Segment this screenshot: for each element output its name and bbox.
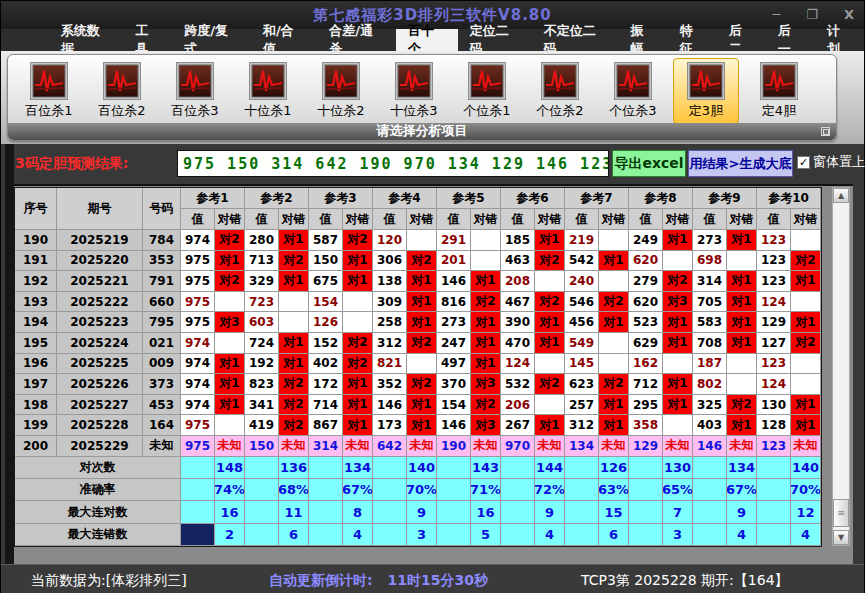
summary-spacer-cell[interactable] [245, 524, 279, 546]
ref-result-cell[interactable]: 对2 [791, 251, 821, 272]
toolbar-item-个位杀2[interactable]: 个位杀2 [527, 58, 593, 124]
summary-spacer-cell[interactable] [437, 457, 471, 479]
ref-value-cell[interactable]: 201 [437, 251, 471, 272]
summary-value-cell[interactable]: 140 [407, 457, 437, 479]
ref-result-cell[interactable] [599, 333, 629, 354]
ref-value-cell[interactable]: 145 [565, 354, 599, 375]
ref-value-cell[interactable]: 698 [693, 251, 727, 272]
summary-spacer-cell[interactable] [629, 501, 663, 523]
ref-value-cell[interactable]: 370 [437, 374, 471, 395]
ref-value-cell[interactable]: 403 [693, 415, 727, 436]
menu-item-振幅[interactable]: 振幅 [619, 29, 668, 51]
ref-result-cell[interactable] [279, 292, 309, 313]
summary-spacer-cell[interactable] [757, 501, 791, 523]
ref-value-cell[interactable]: 120 [373, 230, 407, 251]
ref-result-cell[interactable]: 对1 [279, 271, 309, 292]
ref-value-cell[interactable]: 312 [565, 415, 599, 436]
ref-result-cell[interactable] [599, 230, 629, 251]
summary-value-cell[interactable]: 11 [279, 501, 309, 523]
ref-value-cell[interactable]: 970 [501, 436, 535, 457]
ref-value-cell[interactable]: 306 [373, 251, 407, 272]
ref-value-cell[interactable]: 975 [181, 312, 215, 333]
toolbar-item-百位杀1[interactable]: 百位杀1 [16, 58, 82, 124]
ref-result-cell[interactable] [471, 251, 501, 272]
ref-value-cell[interactable]: 542 [565, 251, 599, 272]
menu-item-工具[interactable]: 工具 [123, 29, 172, 51]
ref-value-cell[interactable]: 358 [629, 415, 663, 436]
ref-result-cell[interactable]: 对2 [599, 374, 629, 395]
ref-value-cell[interactable]: 219 [565, 230, 599, 251]
ref-result-cell[interactable]: 对1 [343, 251, 373, 272]
ref-result-cell[interactable]: 对3 [471, 415, 501, 436]
ref-result-cell[interactable]: 对1 [663, 395, 693, 416]
ref-result-cell[interactable] [471, 230, 501, 251]
ref-result-cell[interactable]: 对1 [215, 374, 245, 395]
ref-value-cell[interactable]: 172 [309, 374, 343, 395]
summary-spacer-cell[interactable] [309, 457, 343, 479]
ref-result-cell[interactable] [791, 230, 821, 251]
ref-value-cell[interactable]: 713 [245, 251, 279, 272]
ref-result-cell[interactable]: 未知 [599, 436, 629, 457]
ref-result-cell[interactable]: 对2 [727, 395, 757, 416]
expand-icon[interactable] [821, 127, 830, 136]
summary-value-cell[interactable]: 72% [535, 479, 565, 501]
close-icon[interactable]: X [844, 1, 854, 29]
summary-value-cell[interactable]: 4 [343, 524, 373, 546]
ref-result-cell[interactable]: 对1 [343, 395, 373, 416]
summary-value-cell[interactable]: 6 [279, 524, 309, 546]
ref-value-cell[interactable]: 280 [245, 230, 279, 251]
summary-value-cell[interactable]: 130 [663, 457, 693, 479]
summary-spacer-cell[interactable] [437, 501, 471, 523]
ref-result-cell[interactable]: 对1 [727, 312, 757, 333]
ref-value-cell[interactable]: 974 [181, 230, 215, 251]
summary-spacer-cell[interactable] [437, 479, 471, 501]
menu-item-计划[interactable]: 计划 [815, 29, 864, 51]
summary-spacer-cell[interactable] [245, 457, 279, 479]
scroll-down-icon[interactable]: ▼ [833, 530, 849, 545]
summary-spacer-cell[interactable] [501, 457, 535, 479]
ref-result-cell[interactable]: 对1 [599, 312, 629, 333]
summary-value-cell[interactable]: 16 [215, 501, 245, 523]
ref-value-cell[interactable]: 974 [181, 354, 215, 375]
ref-result-cell[interactable] [215, 333, 245, 354]
menu-item-合差/通杀[interactable]: 合差/通杀 [317, 29, 396, 51]
toolbar-item-十位杀1[interactable]: 十位杀1 [235, 58, 301, 124]
summary-value-cell[interactable]: 63% [599, 479, 629, 501]
summary-spacer-cell[interactable] [693, 457, 727, 479]
ref-value-cell[interactable]: 329 [245, 271, 279, 292]
ref-value-cell[interactable]: 126 [309, 312, 343, 333]
topmost-checkbox[interactable]: ✓ [797, 156, 810, 169]
ref-result-cell[interactable] [663, 354, 693, 375]
ref-value-cell[interactable]: 975 [181, 251, 215, 272]
vertical-scrollbar[interactable]: ▲ ≡ ▼ [832, 187, 850, 546]
summary-spacer-cell[interactable] [437, 524, 471, 546]
ref-value-cell[interactable]: 150 [309, 251, 343, 272]
ref-value-cell[interactable]: 975 [181, 415, 215, 436]
ref-result-cell[interactable]: 对2 [279, 415, 309, 436]
ref-value-cell[interactable]: 154 [309, 292, 343, 313]
ref-value-cell[interactable]: 267 [501, 415, 535, 436]
ref-result-cell[interactable]: 对1 [535, 230, 565, 251]
ref-result-cell[interactable]: 对2 [279, 374, 309, 395]
toolbar-item-定4胆[interactable]: 定4胆 [746, 58, 812, 124]
ref-value-cell[interactable]: 620 [629, 251, 663, 272]
summary-spacer-cell[interactable] [629, 479, 663, 501]
ref-result-cell[interactable] [791, 292, 821, 313]
ref-result-cell[interactable]: 对1 [727, 292, 757, 313]
summary-value-cell[interactable]: 134 [343, 457, 373, 479]
ref-result-cell[interactable]: 对3 [215, 312, 245, 333]
ref-result-cell[interactable]: 对1 [343, 374, 373, 395]
summary-value-cell[interactable]: 5 [471, 524, 501, 546]
ref-value-cell[interactable]: 187 [693, 354, 727, 375]
ref-result-cell[interactable]: 对2 [215, 271, 245, 292]
summary-spacer-cell[interactable] [181, 524, 215, 546]
ref-value-cell[interactable]: 823 [245, 374, 279, 395]
summary-value-cell[interactable]: 143 [471, 457, 501, 479]
ref-value-cell[interactable]: 325 [693, 395, 727, 416]
ref-result-cell[interactable]: 对1 [471, 271, 501, 292]
minimize-icon[interactable]: ─ [772, 1, 780, 29]
ref-result-cell[interactable] [535, 354, 565, 375]
generate-bottom-button[interactable]: 用结果>生成大底 [688, 150, 793, 177]
ref-value-cell[interactable]: 128 [757, 415, 791, 436]
ref-result-cell[interactable]: 对1 [215, 395, 245, 416]
